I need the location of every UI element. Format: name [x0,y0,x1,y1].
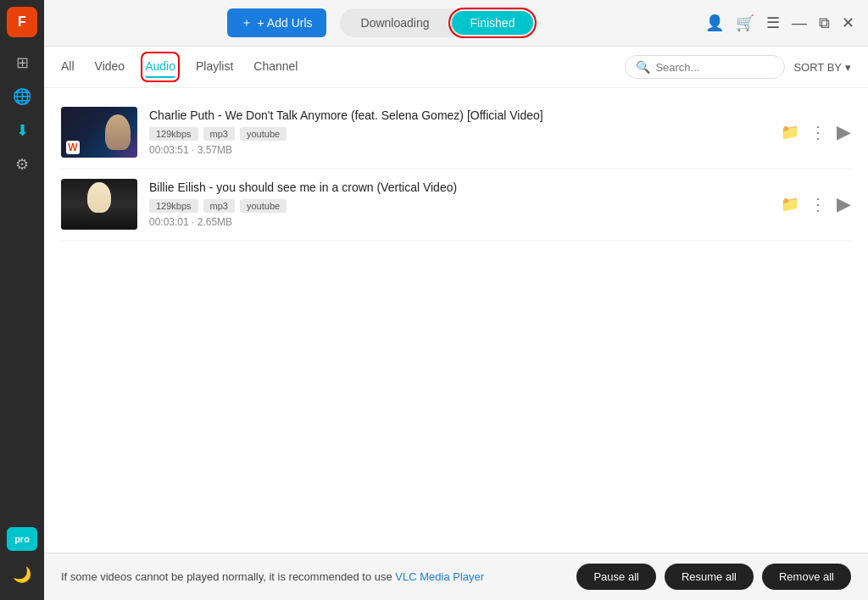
tab-finished[interactable]: Finished [452,11,534,35]
size-1: 3.57MB [198,144,232,156]
main-content: ＋ + Add Urls Downloading Finished 👤 🛒 ☰ … [44,0,868,600]
filter-video[interactable]: Video [95,56,125,78]
restore-icon[interactable]: ⧉ [819,14,830,32]
more-options-icon-2[interactable]: ⋮ [810,194,826,214]
sidebar-item-home[interactable]: ⊞ [7,47,37,78]
topbar: ＋ + Add Urls Downloading Finished 👤 🛒 ☰ … [44,0,868,47]
pro-badge[interactable]: pro [7,527,37,551]
tab-downloading[interactable]: Downloading [342,11,448,35]
play-icon-2[interactable]: ▶ [837,193,851,215]
table-row: Charlie Puth - We Don't Talk Anymore (fe… [61,97,851,169]
filter-channel[interactable]: Channel [253,56,298,78]
thumb-image-billie [61,179,137,230]
duration-1: 00:03:51 [149,144,189,156]
tag-bitrate-2: 129kbps [149,199,198,213]
thumbnail-billie [61,179,137,230]
close-icon[interactable]: ✕ [842,14,854,32]
size-2: 2.65MB [198,216,232,228]
dark-mode-toggle[interactable]: 🌙 [7,559,37,590]
media-info-2: Billie Eilish - you should see me in a c… [149,181,769,228]
media-info-1: Charlie Puth - We Don't Talk Anymore (fe… [149,108,769,156]
table-row: Billie Eilish - you should see me in a c… [61,169,851,241]
open-folder-icon-2[interactable]: 📁 [781,195,799,214]
plus-icon: ＋ [241,15,253,31]
play-icon-1[interactable]: ▶ [837,121,851,143]
more-options-icon-1[interactable]: ⋮ [810,122,826,142]
logo-letter: F [18,14,26,30]
filterbar: All Video Audio Playlist Channel 🔍 SORT … [44,47,868,88]
filterbar-right: 🔍 SORT BY ▾ [625,55,851,79]
thumbnail-charlie [61,107,137,158]
filter-tab-group: All Video Audio Playlist Channel [61,56,298,78]
account-icon[interactable]: 👤 [705,14,724,32]
media-title-1: Charlie Puth - We Don't Talk Anymore (fe… [149,108,769,122]
filter-all[interactable]: All [61,56,75,78]
media-actions-2: 📁 ⋮ ▶ [781,193,851,215]
media-list: Charlie Puth - We Don't Talk Anymore (fe… [44,88,868,553]
vlc-link[interactable]: VLC Media Player [395,570,484,583]
search-input[interactable] [655,61,774,74]
minimize-icon[interactable]: — [792,14,807,32]
tag-bitrate-1: 129kbps [149,127,198,141]
sidebar-item-download[interactable]: ⬇ [7,115,37,146]
tag-source-2: youtube [240,199,287,213]
bottombar-message: If some videos cannot be played normally… [61,570,484,583]
chevron-down-icon: ▾ [845,61,851,74]
pause-all-button[interactable]: Pause all [576,564,655,590]
media-meta-1: 00:03:51 · 3.57MB [149,144,769,156]
media-actions-1: 📁 ⋮ ▶ [781,121,851,143]
filter-playlist[interactable]: Playlist [196,56,233,78]
cart-icon[interactable]: 🛒 [736,14,754,32]
sidebar-item-globe[interactable]: 🌐 [7,81,37,112]
resume-all-button[interactable]: Resume all [665,564,754,590]
search-box: 🔍 [625,55,785,79]
open-folder-icon-1[interactable]: 📁 [781,123,799,142]
topbar-right: 👤 🛒 ☰ — ⧉ ✕ [705,14,854,32]
media-tags-1: 129kbps mp3 youtube [149,127,769,141]
media-title-2: Billie Eilish - you should see me in a c… [149,181,769,194]
media-meta-2: 00:03:01 · 2.65MB [149,216,769,228]
tag-source-1: youtube [240,127,287,141]
bottombar: If some videos cannot be played normally… [44,553,868,600]
remove-all-button[interactable]: Remove all [762,564,851,590]
tag-format-1: mp3 [203,127,235,141]
sort-by-button[interactable]: SORT BY ▾ [793,61,851,74]
duration-2: 00:03:01 [149,216,189,228]
sidebar-item-settings[interactable]: ⚙ [7,149,37,180]
search-icon: 🔍 [636,60,650,74]
filter-audio[interactable]: Audio [145,56,175,78]
bottombar-buttons: Pause all Resume all Remove all [576,564,851,590]
menu-icon[interactable]: ☰ [766,14,780,32]
sidebar: F ⊞ 🌐 ⬇ ⚙ pro 🌙 [0,0,44,600]
thumb-image-charlie [61,107,137,158]
app-logo: F [7,7,37,37]
media-tags-2: 129kbps mp3 youtube [149,199,769,213]
tag-format-2: mp3 [203,199,235,213]
add-urls-button[interactable]: ＋ + Add Urls [227,8,326,37]
